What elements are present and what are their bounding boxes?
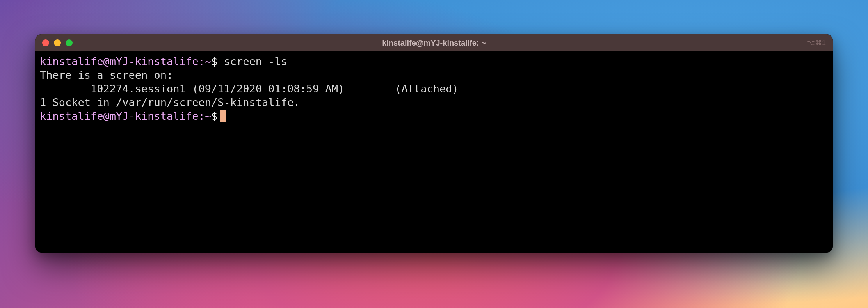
terminal-output-line: 102274.session1 (09/11/2020 01:08:59 AM)…	[40, 82, 828, 96]
prompt-user-host: kinstalife@mYJ-kinstalife:~	[40, 55, 211, 68]
window-shortcut: ⌥⌘1	[807, 39, 826, 47]
terminal-command-line: kinstalife@mYJ-kinstalife:~$ screen -ls	[40, 55, 828, 68]
terminal-prompt-line: kinstalife@mYJ-kinstalife:~$	[40, 109, 828, 123]
title-bar: kinstalife@mYJ-kinstalife: ~ ⌥⌘1	[35, 34, 833, 51]
command-text: screen -ls	[217, 55, 287, 68]
prompt-user-host: kinstalife@mYJ-kinstalife:~	[40, 109, 211, 123]
terminal-content[interactable]: kinstalife@mYJ-kinstalife:~$ screen -ls …	[35, 51, 833, 253]
terminal-output-line: There is a screen on:	[40, 68, 828, 82]
window-title: kinstalife@mYJ-kinstalife: ~	[382, 39, 486, 48]
traffic-lights	[42, 39, 73, 46]
terminal-window: kinstalife@mYJ-kinstalife: ~ ⌥⌘1 kinstal…	[35, 34, 833, 253]
maximize-button[interactable]	[66, 39, 73, 46]
minimize-button[interactable]	[54, 39, 61, 46]
close-button[interactable]	[42, 39, 49, 46]
terminal-output-line: 1 Socket in /var/run/screen/S-kinstalife…	[40, 96, 828, 109]
prompt-dollar: $	[211, 109, 217, 123]
prompt-dollar: $	[211, 55, 217, 68]
cursor-icon	[220, 110, 226, 122]
